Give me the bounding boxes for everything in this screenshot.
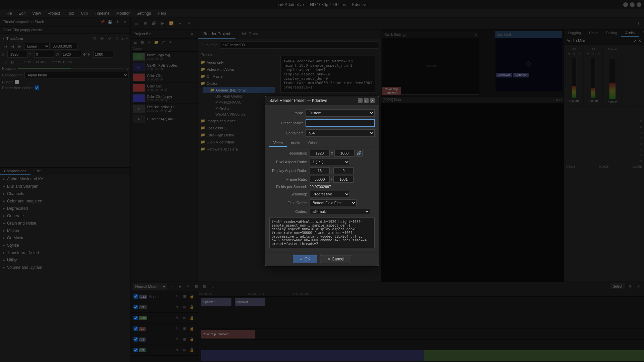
scanning-select[interactable]: Progressive Interlaced — [310, 191, 350, 197]
modal-close-btn[interactable]: ✕ — [370, 98, 375, 103]
modal-container-select[interactable]: a64 mp4 webm — [306, 129, 375, 137]
codec-row: Codec: a64multi libx264 libvpx — [269, 208, 375, 215]
modal-group-select[interactable]: Custom Audio only Video with Alpha — [306, 109, 375, 117]
modal-controls: − □ ✕ — [358, 98, 375, 103]
field-order-label: Field Order: — [269, 201, 310, 205]
fps-num-input[interactable] — [310, 176, 330, 183]
modal-preset-name-row: Preset name: — [269, 119, 375, 127]
modal-preset-name-label: Preset name: — [269, 121, 303, 125]
modal-cancel-btn[interactable]: ✕ Cancel — [320, 255, 351, 263]
modal-footer: ✓ OK ✕ Cancel — [265, 252, 379, 266]
display-aspect-label: Display Aspect Ratio: — [269, 169, 310, 173]
scanning-row: Scanning: Progressive Interlaced — [269, 191, 375, 197]
dar-h-input[interactable] — [333, 167, 354, 174]
resolution-label: Resolution: — [269, 151, 310, 155]
pixel-aspect-row: Pixel Aspect Ratio: 1 (1:1) — [269, 159, 375, 165]
modal-preset-name-input[interactable] — [306, 119, 375, 127]
check-ok-icon: ✓ — [300, 257, 303, 261]
res-width-input[interactable] — [310, 150, 330, 157]
save-render-preset-modal: Save Render Preset — Kdenlive − □ ✕ Grou… — [265, 96, 379, 266]
modal-body: Group: Custom Audio only Video with Alph… — [265, 105, 379, 252]
modal-group-row: Group: Custom Audio only Video with Alph… — [269, 109, 375, 117]
modal-tab-video[interactable]: Video — [269, 139, 287, 147]
res-x-sep: x — [331, 151, 333, 156]
fps-inputs: / — [310, 176, 354, 183]
modal-titlebar: Save Render Preset — Kdenlive − □ ✕ — [265, 96, 379, 105]
dar-w-input[interactable] — [310, 167, 330, 174]
resolution-inputs: x 🔗 — [310, 150, 363, 157]
fields-per-second-row: Fields per Second: 29.97002997 — [269, 185, 375, 189]
fps-den-input[interactable] — [333, 176, 354, 183]
modal-expand-btn[interactable]: □ — [364, 98, 369, 103]
field-order-row: Field Order: Bottom Field First Top Fiel… — [269, 199, 375, 206]
frame-rate-label: Frame Rate: — [269, 177, 310, 181]
modal-title: Save Render Preset — Kdenlive — [269, 98, 327, 103]
modal-overlay[interactable]: Save Render Preset — Kdenlive − □ ✕ Grou… — [0, 0, 644, 362]
modal-cancel-label: Cancel — [332, 257, 344, 261]
modal-codec-params: f=a64 vcodec=a64multi width=1920 height=… — [269, 218, 375, 248]
modal-tab-audio[interactable]: Audio — [287, 139, 304, 147]
codec-select[interactable]: a64multi libx264 libvpx — [310, 208, 370, 215]
resolution-row: Resolution: x 🔗 — [269, 150, 375, 157]
frame-rate-row: Frame Rate: / — [269, 176, 375, 183]
modal-min-btn[interactable]: − — [358, 98, 363, 103]
fps-display-value: 29.97002997 — [310, 185, 331, 189]
modal-ok-label: OK — [305, 257, 310, 261]
modal-container-label: Container: — [269, 131, 303, 135]
modal-tabs: Video Audio Other — [269, 139, 375, 147]
field-order-select[interactable]: Bottom Field First Top Field First — [310, 199, 357, 206]
res-height-input[interactable] — [334, 150, 355, 157]
pixel-aspect-label: Pixel Aspect Ratio: — [269, 160, 310, 164]
scanning-label: Scanning: — [269, 192, 310, 196]
fps-display-label: Fields per Second: — [269, 185, 310, 189]
modal-ok-btn[interactable]: ✓ OK — [293, 255, 317, 263]
modal-container-row: Container: a64 mp4 webm — [269, 129, 375, 137]
fps-slash: / — [331, 177, 332, 182]
dar-colon: : — [331, 168, 332, 173]
display-aspect-row: Display Aspect Ratio: : — [269, 167, 375, 174]
codec-label: Codec: — [269, 209, 310, 214]
modal-video-content: Resolution: x 🔗 Pixel Aspect Ratio: 1 (1… — [269, 150, 375, 215]
modal-tab-other[interactable]: Other — [304, 139, 322, 147]
modal-group-label: Group: — [269, 111, 303, 115]
pixel-aspect-select[interactable]: 1 (1:1) — [310, 159, 350, 165]
cancel-icon: ✕ — [327, 257, 330, 261]
display-aspect-inputs: : — [310, 167, 354, 174]
res-lock-btn[interactable]: 🔗 — [356, 150, 363, 157]
